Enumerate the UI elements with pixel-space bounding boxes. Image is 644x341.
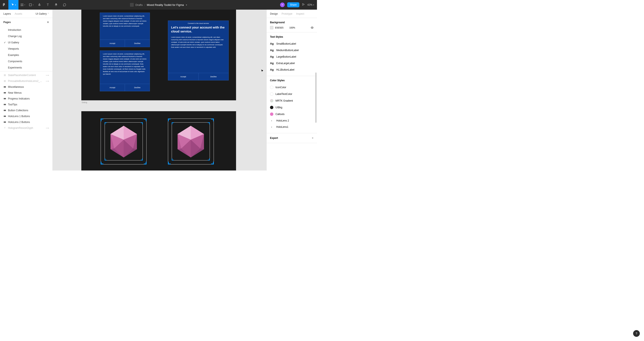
color-swatch[interactable] [270, 26, 273, 29]
bg-hex-value[interactable]: E5E5E5 [275, 26, 288, 29]
style-folder[interactable]: ▸HoloLens1 [270, 124, 314, 130]
comment-tool[interactable] [60, 0, 69, 10]
text-style-item[interactable]: AgSmallButtonLabel [270, 40, 314, 47]
decline-button[interactable]: Decline [125, 40, 150, 47]
page-item[interactable]: UI Gallery [0, 39, 52, 46]
cursor-icon [260, 69, 264, 72]
svg-point-2 [39, 4, 40, 5]
decline-button[interactable]: Decline [125, 84, 150, 91]
dialog-small-1[interactable]: Lorem ipsum dolor sit amet, consectetuer… [100, 12, 150, 47]
section-icon [3, 103, 6, 106]
figma-menu[interactable] [0, 0, 8, 10]
add-page-button[interactable]: + [47, 20, 49, 24]
frame-label[interactable]: Dialog [82, 101, 87, 103]
color-swatch-icon [270, 99, 273, 102]
layer-item[interactable]: HoloLens 2 Buttons [0, 119, 52, 125]
frame-icon [3, 74, 6, 77]
layers-panel: Layers Assets UI Gallery⌃ Pages + Introd… [0, 10, 52, 170]
text-styles-heading: Text Styles [270, 35, 314, 38]
frame-tool[interactable]: ▾ [18, 0, 27, 10]
chevron-down-icon[interactable]: ▾ [186, 4, 187, 6]
layer-item[interactable]: HoloLens 1 Buttons [0, 113, 52, 119]
layer-item[interactable]: ToolTips [0, 102, 52, 107]
page-item[interactable]: Examples [0, 52, 52, 58]
export-heading: Export [270, 137, 278, 139]
tab-design[interactable]: Design [270, 12, 278, 15]
icosahedron-icon [105, 123, 142, 160]
page-list: IntroductionChange LogUI GalleryViewport… [0, 26, 52, 71]
page-item[interactable]: Introduction [0, 27, 52, 33]
scrollbar[interactable] [315, 72, 316, 123]
page-item[interactable]: Change Log [0, 33, 52, 39]
share-button[interactable]: Share [287, 2, 299, 7]
dialog-large[interactable]: Connect to the cloud service Let's conne… [168, 20, 229, 80]
color-swatch-icon [270, 92, 273, 96]
accept-button[interactable]: Accept [100, 84, 125, 91]
layer-item[interactable]: PressableButtonHoloLens2_...⟿ [0, 78, 52, 84]
layer-item[interactable]: Near Menus [0, 90, 52, 96]
svg-rect-9 [4, 104, 6, 104]
move-tool[interactable]: ▾ [8, 0, 18, 10]
page-selector[interactable]: UI Gallery⌃ [36, 12, 49, 15]
color-style-item[interactable]: Callouts [270, 111, 314, 117]
layer-item[interactable]: HologramResizeGlyph⟿ [0, 125, 52, 131]
crumb-drafts[interactable]: Drafts [136, 3, 143, 6]
text-style-item[interactable]: AgExtraLargeLabel [270, 60, 314, 66]
svg-rect-12 [4, 111, 6, 111]
color-style-item[interactable]: MRTK Gradient [270, 97, 314, 104]
section-icon [3, 115, 6, 118]
link-icon: ⟿ [46, 127, 49, 129]
canvas[interactable]: Dialog Lorem ipsum dolor sit amet, conse… [52, 10, 266, 170]
text-style-item[interactable]: AgHL1ButtonLabel [270, 66, 314, 73]
text-style-item[interactable]: AgLargeButtonLabel [270, 53, 314, 60]
accept-button[interactable]: Accept [100, 40, 125, 47]
link-icon: ⟿ [46, 80, 49, 82]
chevron-right-icon: ▸ [271, 126, 273, 128]
link-icon: ⟿ [46, 74, 49, 77]
color-style-item[interactable]: IconColor [270, 84, 314, 91]
pen-tool[interactable] [35, 0, 44, 10]
tab-assets[interactable]: Assets [15, 12, 22, 15]
breadcrumb[interactable]: Drafts / Mixed Reality Toolkit for Figma… [130, 3, 187, 7]
toolbar: ▾ ▾ ▾ Drafts / Mixed Reality Toolkit for… [0, 0, 317, 10]
hand-tool[interactable] [52, 0, 60, 10]
text-tool[interactable] [44, 0, 52, 10]
avatar[interactable]: Y [280, 2, 285, 7]
tab-layers[interactable]: Layers [3, 12, 11, 15]
file-icon [130, 3, 134, 7]
dialog-small-2[interactable]: Lorem ipsum dolor sit amet, consectetuer… [100, 50, 150, 91]
frame-icon [3, 80, 6, 82]
shape-tool[interactable]: ▾ [27, 0, 35, 10]
svg-rect-7 [4, 98, 6, 99]
layer-item[interactable]: SlatePlaceholderContent⟿ [0, 72, 52, 78]
add-export-button[interactable]: + [312, 136, 314, 140]
style-folder[interactable]: ▸HoloLens 2 [270, 117, 314, 124]
color-styles-heading: Color Styles [270, 79, 314, 82]
svg-rect-15 [4, 122, 6, 122]
color-style-item[interactable]: LabelTextColor [270, 91, 314, 97]
page-item[interactable]: Viewports [0, 46, 52, 52]
visibility-toggle[interactable] [311, 26, 314, 29]
color-swatch-icon [270, 112, 273, 116]
background-heading: Background [270, 21, 314, 24]
accept-button[interactable]: Accept [168, 73, 198, 80]
layer-item[interactable]: Progress Indicators [0, 96, 52, 102]
color-style-item[interactable]: UIBkg [270, 104, 314, 111]
text-icon [3, 126, 6, 129]
present-button[interactable] [302, 3, 305, 7]
decline-button[interactable]: Decline [198, 73, 229, 80]
text-style-item[interactable]: AgMediumButtonLabel [270, 47, 314, 53]
svg-rect-5 [4, 92, 6, 93]
layer-item[interactable]: Miscellaneous [0, 84, 52, 90]
svg-rect-4 [4, 87, 6, 87]
page-item[interactable]: Components [0, 58, 52, 64]
page-item[interactable]: Experiments [0, 64, 52, 71]
tab-prototype[interactable]: Prototype [282, 12, 292, 15]
layer-item[interactable]: Button Collections [0, 107, 52, 113]
tab-inspect[interactable]: Inspect [296, 12, 304, 15]
color-swatch-icon [270, 106, 273, 109]
bg-opacity-value[interactable]: 100% [289, 26, 296, 29]
svg-rect-16 [4, 122, 6, 123]
zoom-control[interactable]: 42%▾ [307, 3, 314, 6]
page-title[interactable]: Mixed Reality Toolkit for Figma [147, 3, 184, 6]
